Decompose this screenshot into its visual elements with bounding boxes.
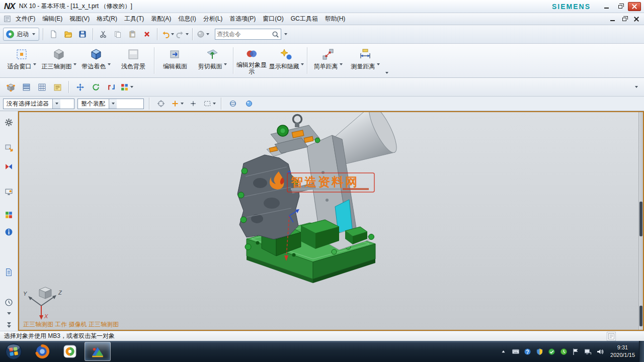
menu-information[interactable]: 信息(I) xyxy=(175,13,199,25)
selection-scope-dropdown[interactable]: 整个装配 xyxy=(77,99,144,109)
minimize-button[interactable] xyxy=(600,2,613,11)
doc-minimize-button[interactable] xyxy=(607,15,618,23)
ribbon-isometric-view-button[interactable]: 正三轴测图 xyxy=(40,45,77,76)
show-hidden-icons-button[interactable] xyxy=(499,347,508,356)
snap-point-plus-icon xyxy=(171,100,179,108)
ribbon-clip-section-button[interactable]: 剪切截面 xyxy=(194,45,231,76)
3d-model-view[interactable]: 智造资料网 xyxy=(19,112,643,330)
restore-icon xyxy=(618,5,622,9)
ribbon-show-and-hide-button[interactable]: 显示和隐藏 xyxy=(268,45,305,76)
menu-preferences[interactable]: 首选项(P) xyxy=(226,13,259,25)
search-history-dropdown-icon[interactable] xyxy=(284,33,287,35)
menu-analysis[interactable]: 分析(L) xyxy=(200,13,226,25)
ribbon-edit-section-button[interactable]: 编辑截面 xyxy=(156,45,194,76)
menu-window[interactable]: 窗口(O) xyxy=(259,13,287,25)
taskbar: 9:31 2020/1/15 xyxy=(0,341,644,362)
menu-format[interactable]: 格式(R) xyxy=(93,13,121,25)
save-button[interactable] xyxy=(76,28,89,41)
sidebar-export-button[interactable] xyxy=(3,141,16,153)
close-button[interactable] xyxy=(628,2,641,11)
menu-help[interactable]: 帮助(H) xyxy=(321,13,349,25)
toolbar-options-icon[interactable] xyxy=(635,86,638,88)
delete-button[interactable] xyxy=(140,28,153,41)
tray-keyboard-button[interactable] xyxy=(511,347,520,356)
tray-security-button[interactable] xyxy=(535,347,544,356)
tray-status-clock-button[interactable] xyxy=(559,347,568,356)
tray-help-button[interactable] xyxy=(523,347,532,356)
taskbar-browser-button[interactable] xyxy=(57,342,83,361)
menu-assemblies[interactable]: 装配(A) xyxy=(147,13,175,25)
menu-file[interactable]: 文件(F) xyxy=(12,13,39,25)
rotate-component-button[interactable] xyxy=(89,80,102,94)
paste-button[interactable] xyxy=(126,28,139,41)
highlight-shaded-button[interactable] xyxy=(243,97,256,110)
selection-filter-dropdown[interactable]: 没有选择过滤器 xyxy=(3,99,74,109)
show-desktop-button[interactable] xyxy=(639,341,644,362)
expand-more-button[interactable] xyxy=(3,321,16,329)
open-file-button[interactable] xyxy=(61,28,74,41)
ribbon-simple-distance-button[interactable]: 简单距离 xyxy=(309,45,347,76)
color-palette-button[interactable] xyxy=(120,80,133,94)
menu-edit[interactable]: 编辑(E) xyxy=(39,13,66,25)
doc-restore-button[interactable] xyxy=(619,15,630,23)
ribbon-measure-distance-button[interactable]: 测量距离 xyxy=(347,45,384,76)
start-menu-button[interactable]: 启动 xyxy=(3,28,39,41)
snap-point-button[interactable] xyxy=(171,97,184,110)
viewport-scrollbar[interactable] xyxy=(638,112,643,330)
undo-button[interactable] xyxy=(161,28,174,41)
taskbar-clock[interactable]: 9:31 2020/1/15 xyxy=(610,344,635,359)
sphere-wire-icon xyxy=(229,100,237,108)
sidebar-palette-button[interactable] xyxy=(3,209,16,221)
new-file-button[interactable] xyxy=(47,28,60,41)
start-orb-button[interactable] xyxy=(5,343,22,360)
tray-action-center-button[interactable] xyxy=(572,347,580,356)
menu-gc-toolbox[interactable]: GC工具箱 xyxy=(287,13,321,25)
layers-button[interactable] xyxy=(20,80,33,94)
redo-button[interactable] xyxy=(176,28,189,41)
marquee-select-button[interactable] xyxy=(203,97,216,110)
ribbon-edit-object-display-button[interactable]: 编辑对象显示 xyxy=(235,45,268,76)
render-style-button[interactable] xyxy=(196,28,209,41)
move-component-button[interactable] xyxy=(73,80,87,94)
scrollbar-thumb[interactable] xyxy=(639,306,642,326)
note-button[interactable] xyxy=(51,80,64,94)
ribbon-shaded-with-edges-button[interactable]: 带边着色 xyxy=(77,45,115,76)
window-layout-button[interactable] xyxy=(607,332,616,341)
sidebar-roles-button[interactable] xyxy=(3,116,16,128)
command-search-input[interactable] xyxy=(217,31,272,38)
sidebar-views-button[interactable] xyxy=(3,160,16,172)
snap-cross-icon xyxy=(157,100,165,108)
ribbon-light-background-button[interactable]: 浅色背景 xyxy=(115,45,152,76)
taskbar-nx-button[interactable] xyxy=(85,342,111,361)
sidebar-history-button[interactable] xyxy=(3,296,16,308)
ribbon-fit-window-button[interactable]: 适合窗口 xyxy=(3,45,40,76)
restore-button[interactable] xyxy=(614,2,627,11)
grid-sheet-button[interactable] xyxy=(35,80,48,94)
sidebar-info-button[interactable] xyxy=(3,226,16,238)
document-icon[interactable] xyxy=(2,14,12,24)
snap-settings-button[interactable] xyxy=(154,97,168,110)
view-labels: 正三轴测图 工作 摄像机 正三轴测图 xyxy=(23,320,119,329)
tray-network-button[interactable] xyxy=(584,347,592,356)
menu-view[interactable]: 视图(V) xyxy=(66,13,93,25)
ribbon-options-icon[interactable] xyxy=(385,72,388,74)
sidebar-display-button[interactable] xyxy=(3,186,16,198)
scroll-down-button[interactable] xyxy=(3,310,16,317)
sidebar-document-button[interactable] xyxy=(3,266,16,278)
firefox-icon xyxy=(35,344,49,358)
highlight-wireframe-button[interactable] xyxy=(226,97,239,110)
tray-status-ok-button[interactable] xyxy=(547,347,556,356)
menu-tools[interactable]: 工具(T) xyxy=(121,13,147,25)
scrollbar-thumb[interactable] xyxy=(639,202,642,236)
minimize-icon xyxy=(610,20,615,21)
graphics-viewport[interactable]: 智造资料网 Y Z X 正三轴测图 工作 摄像机 正三轴测图 xyxy=(18,111,644,331)
assembly-constraints-button[interactable] xyxy=(105,80,118,94)
tray-volume-button[interactable] xyxy=(596,347,604,356)
start-label: 启动 xyxy=(17,30,29,39)
doc-close-button[interactable] xyxy=(631,15,642,23)
cut-button[interactable] xyxy=(97,28,110,41)
taskbar-firefox-button[interactable] xyxy=(29,342,55,361)
copy-button[interactable] xyxy=(111,28,124,41)
orient-view-button[interactable] xyxy=(4,80,17,94)
point-constructor-button[interactable] xyxy=(187,97,200,110)
